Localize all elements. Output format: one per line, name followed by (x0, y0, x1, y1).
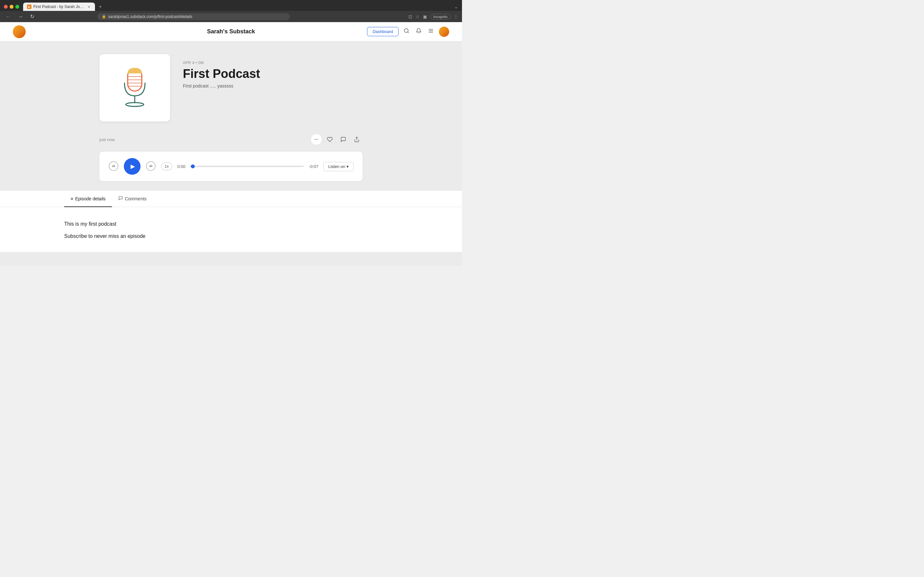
comment-button[interactable] (338, 134, 349, 145)
svg-point-12 (315, 139, 315, 140)
progress-bar[interactable] (191, 166, 304, 167)
tab-episode-details[interactable]: ≡ Episode details (64, 191, 112, 207)
new-tab-button[interactable]: + (96, 3, 104, 11)
toolbar-right: ⊡ ☆ ▣ Incognito ⋮ (409, 14, 458, 19)
lock-icon: 🔒 (102, 15, 106, 19)
podcast-subtitle: First podcast ..... yasssss (183, 83, 363, 89)
maximize-window-button[interactable] (15, 5, 19, 9)
episode-line2: Subscribe to never miss an episode (64, 234, 398, 239)
time-ago: just now (99, 137, 115, 142)
tab-bar: ▶ First Podcast - by Sarah Jonas... ✕ + … (4, 3, 458, 11)
minimize-window-button[interactable] (10, 5, 13, 9)
search-button[interactable] (402, 27, 411, 37)
svg-line-1 (407, 32, 409, 33)
like-button[interactable] (324, 134, 336, 145)
podcast-artwork (99, 54, 170, 121)
listen-on-label: Listen on (328, 164, 345, 169)
current-time: 0:00 (178, 164, 186, 169)
audio-player: 15 ▶ 30 1x 0:00 (99, 152, 363, 181)
dashboard-button[interactable]: Dashboard (367, 27, 399, 36)
progress-dot (191, 164, 195, 168)
episode-details-label: Episode details (75, 196, 105, 201)
close-window-button[interactable] (4, 5, 8, 9)
share-button[interactable] (351, 134, 363, 145)
cast-icon[interactable]: ⊡ (409, 14, 412, 19)
tab-comments[interactable]: Comments (112, 191, 153, 207)
listen-on-button[interactable]: Listen on ▾ (323, 162, 354, 171)
action-row: just now (99, 131, 363, 148)
podcast-title: First Podcast (183, 67, 363, 81)
url-bar[interactable]: 🔒 sarahjonas1.substack.com/p/first-podca… (97, 13, 290, 20)
podcast-meta: APR 4 • 0M (183, 61, 363, 65)
tabs-nav: ≡ Episode details Comments (0, 191, 462, 207)
back-button[interactable]: ← (4, 13, 13, 20)
more-options-button[interactable] (310, 134, 322, 145)
episode-line1: This is my first podcast (64, 220, 398, 228)
episode-details-icon: ≡ (71, 196, 73, 201)
skip-forward-circle: 30 (146, 161, 156, 171)
remaining-time: -0:07 (309, 164, 318, 169)
comments-icon (118, 196, 123, 201)
window-expand-icon[interactable]: ⌄ (454, 4, 458, 9)
skip-back-label: 15 (112, 164, 115, 168)
tab-close-button[interactable]: ✕ (87, 5, 91, 9)
skip-forward-label: 30 (149, 164, 152, 168)
play-button[interactable]: ▶ (124, 158, 141, 175)
podcast-info: APR 4 • 0M First Podcast First podcast .… (183, 54, 363, 89)
site-title: Sarah's Substack (207, 28, 255, 35)
page: Sarah's Substack Dashboard (0, 22, 462, 266)
content-area: APR 4 • 0M First Podcast First podcast .… (93, 41, 369, 181)
svg-point-0 (404, 29, 408, 32)
chevron-down-icon: ▾ (347, 164, 349, 169)
forward-button[interactable]: → (16, 13, 25, 20)
traffic-lights (4, 5, 19, 9)
navbar: Sarah's Substack Dashboard (0, 22, 462, 41)
address-bar: ← → ↻ 🔒 sarahjonas1.substack.com/p/first… (0, 11, 462, 22)
bookmark-icon[interactable]: ☆ (415, 14, 420, 19)
skip-forward-button[interactable]: 30 (145, 161, 156, 171)
speed-button[interactable]: 1x (161, 163, 172, 170)
menu-icon[interactable]: ⋮ (454, 14, 458, 19)
svg-point-13 (316, 139, 317, 140)
user-avatar[interactable] (439, 27, 449, 37)
progress-container (191, 166, 304, 167)
episode-content: This is my first podcast Subscribe to ne… (0, 207, 462, 252)
tab-favicon: ▶ (27, 5, 31, 9)
browser-chrome: ▶ First Podcast - by Sarah Jonas... ✕ + … (0, 0, 462, 11)
refresh-button[interactable]: ↻ (28, 13, 36, 20)
incognito-badge: Incognito (430, 14, 451, 19)
microphone-icon (115, 62, 154, 113)
navbar-actions: Dashboard (367, 27, 449, 37)
bottom-section: ≡ Episode details Comments This is my fi… (0, 191, 462, 252)
action-buttons (310, 134, 363, 145)
podcast-header: APR 4 • 0M First Podcast First podcast .… (99, 54, 363, 121)
site-logo[interactable] (13, 25, 26, 38)
skip-back-button[interactable]: 15 (108, 161, 119, 171)
comments-label: Comments (125, 196, 147, 201)
url-text: sarahjonas1.substack.com/p/first-podcast… (108, 15, 192, 19)
tab-title: First Podcast - by Sarah Jonas... (33, 5, 85, 9)
svg-point-14 (317, 139, 318, 140)
menu-button[interactable] (427, 27, 435, 37)
skip-back-circle: 15 (109, 161, 118, 171)
play-icon: ▶ (131, 163, 135, 170)
active-tab[interactable]: ▶ First Podcast - by Sarah Jonas... ✕ (23, 3, 95, 11)
split-view-icon[interactable]: ▣ (423, 14, 427, 19)
notifications-button[interactable] (415, 27, 423, 37)
